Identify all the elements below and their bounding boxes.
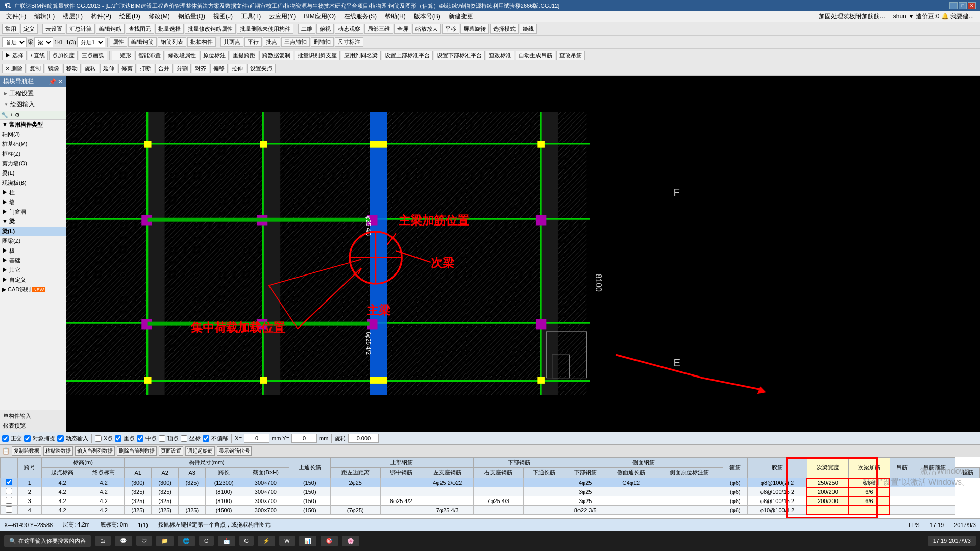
tb-fullscreen[interactable]: 全屏 — [394, 24, 411, 34]
td-beam-rebar[interactable]: 6/6/6 — [848, 478, 890, 487]
td-side-main[interactable] — [606, 506, 656, 515]
floor-selector[interactable]: 首层 — [2, 37, 27, 47]
td-side-main[interactable] — [606, 487, 656, 496]
tb-align[interactable]: 对齐 — [192, 64, 209, 73]
td-id[interactable]: 1 — [17, 478, 41, 487]
object-snap-toggle[interactable] — [24, 435, 31, 442]
btn-input-col[interactable]: 输入当列列数据 — [75, 446, 115, 456]
menu-help[interactable]: 帮助(H) — [381, 11, 410, 22]
tree-axis[interactable]: 轴网(J) — [0, 130, 66, 139]
td-a2[interactable]: (300) — [152, 478, 179, 487]
menu-draw[interactable]: 绘图(D) — [115, 11, 144, 22]
td-hanger-stirrup[interactable] — [914, 478, 955, 487]
td-stirrup[interactable]: (φ6) — [723, 487, 747, 496]
td-dist[interactable]: (150) — [289, 487, 330, 496]
taskbar-icon-word[interactable]: W — [279, 536, 295, 546]
tb-span-copy[interactable]: 跨数据复制 — [259, 51, 293, 60]
td-dist[interactable]: (150) — [289, 506, 330, 515]
tb-set-bot-std[interactable]: 设置下部标准平台 — [434, 51, 485, 60]
menu-member[interactable]: 构件(P) — [87, 11, 115, 22]
td-a2[interactable]: (325) — [152, 496, 179, 506]
menu-rebar[interactable]: 钢筋量(Q) — [174, 11, 209, 22]
tree-slab[interactable]: 现浇板(B) — [0, 178, 66, 188]
tree-shear-wall[interactable]: 剪力墙(Q) — [0, 159, 66, 168]
taskbar-icon-10[interactable]: 📊 — [299, 536, 316, 546]
tree-col-group[interactable]: ▶ 柱 — [0, 188, 66, 197]
tb-batch-point[interactable]: 批点 — [263, 37, 280, 47]
tb-change-std[interactable]: 查改标准 — [486, 51, 514, 60]
td-side-main[interactable] — [606, 496, 656, 506]
td-left-seat[interactable] — [422, 487, 473, 496]
menu-file[interactable]: 文件(F) — [2, 11, 30, 22]
btn-delete-col[interactable]: 删除当前列数据 — [117, 446, 157, 456]
td-stirrup[interactable]: (φ6) — [723, 496, 747, 506]
td-end-h[interactable]: 4.2 — [83, 506, 125, 515]
tb-re-span[interactable]: 重提跨距 — [230, 51, 258, 60]
td-mid[interactable]: 6φ25 4/2 — [380, 496, 422, 506]
tb-cloud-settings[interactable]: 云设置 — [42, 24, 65, 34]
td-a1[interactable]: (300) — [125, 478, 152, 487]
taskbar-icon-12[interactable]: 🌸 — [342, 536, 359, 546]
tb-stretch[interactable]: 拉伸 — [229, 64, 246, 73]
td-id[interactable]: 4 — [17, 506, 41, 515]
td-side-main[interactable]: G4φ12 — [606, 478, 656, 487]
td-tie[interactable]: φ8@100(2) 2 — [747, 478, 807, 487]
tb-common[interactable]: 常用 — [2, 24, 19, 34]
td-a2[interactable]: (325) — [152, 506, 179, 515]
taskbar-icon-11[interactable]: 🎯 — [321, 536, 338, 546]
td-section[interactable]: 300×700 — [242, 496, 289, 506]
td-span[interactable]: (8100) — [206, 487, 242, 496]
tb-arc[interactable]: 三点画弧 — [79, 51, 107, 60]
close-button[interactable]: ✕ — [968, 2, 976, 9]
td-top-main[interactable] — [330, 496, 380, 506]
tb-batch-modify[interactable]: 批量修改钢筋属性 — [185, 24, 236, 34]
td-beam-rebar[interactable]: 6/6 — [848, 496, 890, 506]
menu-view[interactable]: 视图(J) — [209, 11, 237, 22]
td-top-main[interactable]: (7φ25) — [330, 506, 380, 515]
tree-custom-group[interactable]: ▶ 自定义 — [0, 275, 66, 285]
td-top-main[interactable] — [330, 487, 380, 496]
tb-select[interactable]: ▶ 选择 — [2, 51, 27, 60]
menu-bim[interactable]: BIM应用(O) — [300, 11, 340, 22]
tb-pan[interactable]: 平移 — [442, 24, 459, 34]
tb-batch-member[interactable]: 批抽构件 — [187, 37, 216, 47]
td-section[interactable]: 300×700 — [242, 478, 289, 487]
td-dist[interactable]: (150) — [289, 496, 330, 506]
tree-opening-group[interactable]: ▶ 门窗洞 — [0, 207, 66, 217]
tb-batch-delete[interactable]: 批量删除未使用构件 — [237, 24, 293, 34]
td-a3[interactable] — [179, 496, 206, 506]
table-preview-btn[interactable]: 报表预览 — [2, 421, 64, 431]
tb-edit-rebar2[interactable]: 编辑钢筋 — [128, 37, 157, 47]
td-dist[interactable]: (150) — [289, 478, 330, 487]
tb-extend[interactable]: 延伸 — [100, 64, 117, 73]
tb-parallel[interactable]: 平行 — [244, 37, 262, 47]
tree-ring-beam[interactable]: 圈梁(Z) — [0, 236, 66, 246]
td-hanger[interactable] — [890, 487, 914, 496]
taskbar-icon-8[interactable]: G — [239, 536, 254, 546]
table-row[interactable]: 1 4.2 4.2 (300) (300) (325) (12300) 300×… — [1, 478, 980, 487]
td-bot-main[interactable] — [523, 496, 565, 506]
td-span[interactable]: (4500) — [206, 506, 242, 515]
ortho-toggle[interactable] — [2, 435, 9, 442]
table-row[interactable]: 3 4.2 4.2 (325) (325) (8100) 300×700 (15… — [1, 496, 980, 506]
menu-account[interactable]: shun ▼ 造价豆:0 🔔 我要建... — [889, 11, 978, 22]
td-hanger[interactable] — [890, 478, 914, 487]
weight-toggle[interactable] — [115, 435, 121, 442]
taskbar-icon-2[interactable]: 💬 — [115, 536, 132, 546]
td-bot-bar[interactable]: 3φ25 — [565, 487, 606, 496]
tb-change-hanger[interactable]: 查改吊筋 — [556, 51, 585, 60]
tb-rotate[interactable]: 屏幕旋转 — [460, 24, 489, 34]
td-a3[interactable]: (325) — [179, 506, 206, 515]
tree-beam-group[interactable]: ▼ 梁 — [0, 217, 66, 227]
td-a3[interactable] — [179, 487, 206, 496]
tb-grip[interactable]: 设置夹点 — [247, 64, 276, 73]
tb-gen-hanger[interactable]: 自动生成吊筋 — [516, 51, 555, 60]
top-point-toggle[interactable] — [159, 435, 165, 442]
tb-draw-line[interactable]: 绘线 — [520, 24, 537, 34]
cross-point-toggle[interactable] — [95, 435, 102, 442]
tb-set-top-std[interactable]: 设置上部标准平台 — [382, 51, 433, 60]
tb-delete[interactable]: ✕ 删除 — [2, 64, 26, 73]
taskbar-search-label[interactable]: 在这里输入你要搜索的内容 — [18, 537, 86, 545]
sidebar-pin[interactable]: 📌 ✕ — [48, 78, 63, 85]
td-side-note[interactable] — [656, 487, 723, 496]
